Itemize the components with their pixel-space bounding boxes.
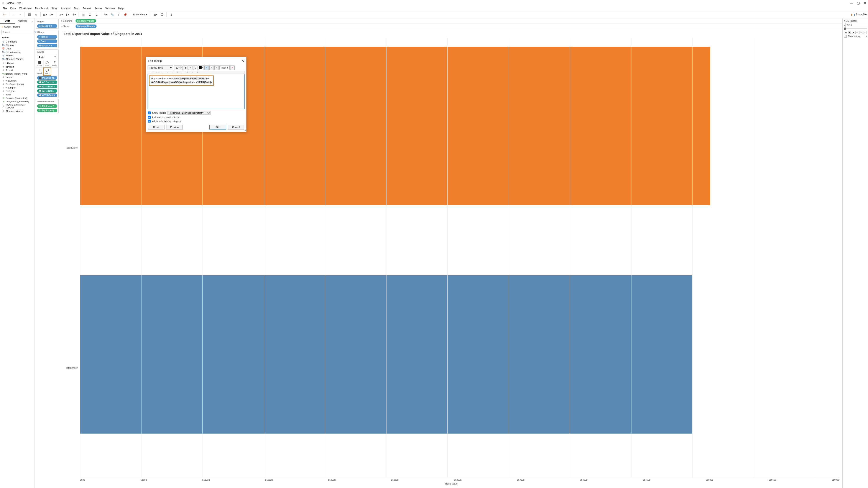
collapse-pane-icon[interactable]: ‹ — [30, 18, 34, 24]
share-icon[interactable]: ⇪ — [168, 12, 174, 18]
speed-3-button[interactable]: ≡ — [863, 31, 867, 34]
play-back-button[interactable]: ◀ — [844, 31, 847, 34]
fit-dropdown[interactable]: Entire View▾ — [132, 12, 149, 18]
cancel-button[interactable]: Cancel — [228, 125, 244, 129]
back-icon[interactable]: ← — [11, 12, 16, 18]
field-netexport-copy[interactable]: #NetExport (copy) — [2, 83, 34, 86]
refresh-icon[interactable]: ⟳▾ — [49, 12, 55, 18]
menu-story[interactable]: Story — [50, 6, 59, 10]
include-cmd-checkbox[interactable] — [148, 116, 151, 119]
field-export-import-word[interactable]: =Abcexport_import_word — [2, 72, 34, 75]
pause-button[interactable]: ■ — [848, 31, 851, 34]
menu-map[interactable]: Map — [73, 6, 80, 10]
field-ref-3[interactable]: <YEAR(Date)> — [196, 81, 212, 84]
menu-analysis[interactable]: Analysis — [60, 6, 72, 10]
show-me-button[interactable]: ▮▮ Show Me — [851, 13, 867, 16]
swap-icon[interactable]: ⤭▾ — [58, 12, 64, 18]
field-import[interactable]: #Import — [2, 76, 34, 79]
tooltip-mode-select[interactable]: Responsive - Show tooltips instantly — [167, 111, 211, 115]
show-history-dropdown-icon[interactable]: ▾ — [866, 35, 867, 37]
mark-pill-agg-netexport[interactable]: 💬AGG(NetEx.. — [37, 85, 57, 88]
forward-icon[interactable]: → — [17, 12, 23, 18]
field-continents[interactable]: ⊕Continents — [2, 40, 34, 43]
field-date[interactable]: 📅Date — [2, 47, 34, 50]
minimize-button[interactable]: ― — [850, 1, 853, 5]
rows-shelf[interactable]: ≡Rows Measure Names — [60, 24, 842, 29]
close-button[interactable]: ✕ — [864, 1, 866, 5]
totals-icon[interactable]: Σ — [87, 12, 93, 18]
year-input[interactable] — [845, 23, 868, 27]
align-right-button[interactable]: ≡ — [214, 65, 219, 70]
mark-size[interactable]: ◯Size — [43, 60, 51, 68]
mark-pill-agg-export-word[interactable]: 💬AGG(expor.. — [37, 80, 57, 84]
datasource-row[interactable]: ⎘ Output_filtered — [0, 24, 34, 29]
filter-pill-date[interactable]: ⎘Date — [37, 39, 57, 43]
field-market[interactable]: ⊕Market — [2, 54, 34, 57]
field-export[interactable]: #Export — [2, 69, 34, 72]
play-fwd-button[interactable]: ▶ — [852, 31, 855, 34]
columns-pill[interactable]: Measure Values — [75, 19, 96, 23]
mark-tooltip[interactable]: 💬Tooltip — [43, 68, 51, 75]
tab-analytics[interactable]: Analytics — [15, 18, 30, 24]
menu-dashboard[interactable]: Dashboard — [34, 6, 49, 10]
resize-grip-icon[interactable]: ◢ — [244, 129, 246, 131]
allow-selection-checkbox[interactable] — [148, 120, 151, 123]
field-refline[interactable]: #Ref_line — [2, 90, 34, 93]
abc-icon[interactable]: ⇅ — [94, 12, 99, 18]
field-total[interactable]: #Total — [2, 93, 34, 96]
columns-shelf[interactable]: ⦙⦙Columns Measure Values — [60, 18, 842, 24]
year-slider[interactable] — [844, 28, 867, 29]
mark-detail[interactable]: ⁞⁞Detail — [36, 68, 43, 75]
new-datasource-icon[interactable]: ⎘ — [33, 12, 39, 18]
mark-pill-measure-names[interactable]: ⬛Measure N.. — [37, 76, 57, 79]
field-longitude[interactable]: ⊕Longitude (generated) — [2, 100, 34, 103]
highlight-icon[interactable]: ✎▾ — [103, 12, 108, 18]
dialog-close-icon[interactable]: ✕ — [241, 59, 244, 63]
underline-button[interactable]: U — [193, 65, 197, 70]
mark-pill-agg-netimport[interactable]: 💬AGG(NetI.. — [37, 89, 57, 93]
field-count[interactable]: #Output_filtered.csv (Count) — [2, 103, 34, 109]
rows-pill[interactable]: Measure Names — [75, 25, 97, 28]
field-denomination[interactable]: AbcDenomination — [2, 51, 34, 54]
field-netexport[interactable]: #NetExport — [2, 79, 34, 82]
align-center-button[interactable]: ≡ — [209, 65, 214, 70]
marks-type-dropdown[interactable]: ▮ Bar▾ — [37, 55, 57, 59]
text-icon[interactable]: T — [116, 12, 122, 18]
cards-icon[interactable]: ▦▾ — [153, 12, 158, 18]
field-latitude[interactable]: ⊕Latitude (generated) — [2, 97, 34, 100]
fontcolor-button[interactable]: ▾ — [198, 65, 204, 70]
ruler[interactable]: · · · · | · · · · 1 · · · · | · · · · 2 … — [148, 71, 245, 74]
filter-pill-measure-names[interactable]: Measure Na.. — [37, 44, 57, 47]
preview-button[interactable]: Preview — [166, 125, 183, 129]
ok-button[interactable]: OK — [209, 125, 226, 129]
year-prev-button[interactable]: ‹ — [844, 23, 845, 27]
clear-format-button[interactable]: ✕ — [230, 65, 235, 70]
align-left-button[interactable]: ≡ — [205, 65, 209, 70]
maximize-button[interactable]: ▢ — [857, 1, 860, 5]
field-ref-1[interactable]: <AGG(export_import_word)> — [174, 77, 207, 80]
field-measure-values[interactable]: #Measure Values — [2, 109, 34, 112]
field-country[interactable]: AbcCountry — [2, 43, 34, 46]
speed-1-button[interactable]: ― — [856, 31, 859, 34]
insert-dropdown[interactable]: Insert▾ — [219, 65, 229, 70]
speed-2-button[interactable]: = — [859, 31, 863, 34]
field-ref-2[interactable]: <AGG(NetExport)><AGG(NetImport)> — [151, 81, 193, 84]
viz-title[interactable]: Total Export and Import Value of Singapo… — [64, 32, 839, 36]
menu-worksheet[interactable]: Worksheet — [18, 6, 33, 10]
field-dimport[interactable]: #dImport — [2, 65, 34, 68]
reset-button[interactable]: Reset — [148, 125, 164, 129]
menu-window[interactable]: Window — [104, 6, 116, 10]
save-icon[interactable]: 🖫 — [27, 12, 32, 18]
show-history-checkbox[interactable] — [844, 35, 847, 38]
italic-button[interactable]: I — [188, 65, 192, 70]
menu-data[interactable]: Data — [9, 6, 17, 10]
field-netimport[interactable]: #NetImport — [2, 86, 34, 89]
show-tooltips-checkbox[interactable] — [148, 111, 151, 114]
attach-icon[interactable]: 📎 — [110, 12, 115, 18]
field-dexport[interactable]: #dExport — [2, 62, 34, 65]
field-measure-names[interactable]: AbcMeasure Names — [2, 58, 34, 61]
search-input[interactable] — [1, 30, 33, 34]
menu-file[interactable]: File — [1, 6, 8, 10]
tooltip-editor[interactable]: Singapore has a total <AGG(export_import… — [148, 74, 245, 109]
font-select[interactable]: Tableau Book — [148, 65, 173, 70]
